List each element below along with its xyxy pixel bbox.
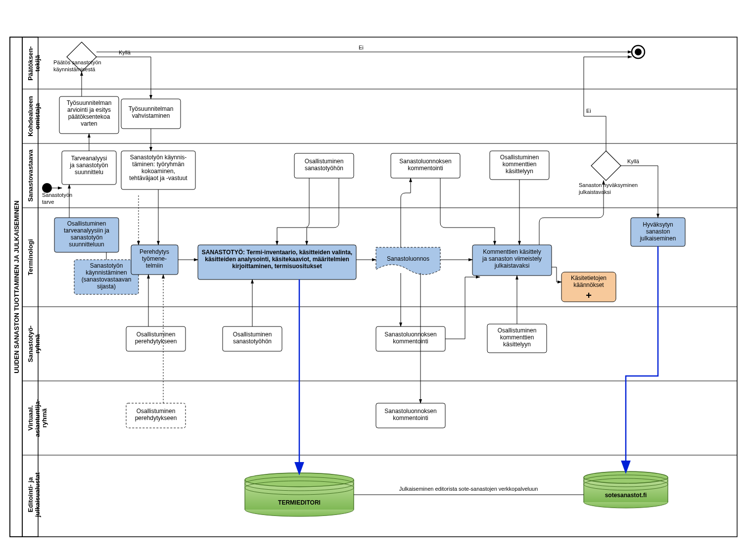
lane-label-4: Terminologi [27, 239, 34, 275]
task-osall-sanasto-sv-label: Osallistuminensanastotyöhön [305, 158, 344, 172]
ds-link-label: Julkaiseminen editorista sote-sanastojen… [399, 486, 538, 492]
g1-yes: Kyllä [119, 49, 131, 55]
lane-label-5: Sanastotyö-ryhmä [27, 326, 41, 362]
lane-label-3: Sanastovastaava [27, 149, 34, 201]
task-kaannokset-label: Käsitetietojenkäännökset [571, 275, 607, 288]
start-event-label: Sanastotyöntarve [42, 192, 72, 205]
doc-luonnos-label: Sanastoluonnos [387, 255, 429, 262]
g2-yes: Kyllä [627, 158, 640, 164]
task-vahvist-label: Työsuunnitelmanvahvistaminen [129, 105, 174, 119]
task-osall-pere2-label: Osallistuminenperehdytykseen [135, 408, 177, 421]
datastore-sotesanastot: sotesanastot.fi [584, 471, 668, 508]
pool-title: UUDEN SANASTON TUOTTAMINEN JA JULKAISEMI… [13, 200, 20, 373]
lane-label-7: Editointi- jajulkaisualustat [27, 472, 41, 517]
task-tarveanalyysi-label: Tarveanalyysija sanastotyönsuunnittelu [69, 155, 108, 176]
task-osall-sanasto-sr-label: Osallistuminensanastotyöhön [233, 331, 272, 345]
datastore-termieditori: TERMIEDITORI [245, 473, 354, 516]
task-osall-komm-sr-label: Osallistuminenkommenttienkäsittelyyn [498, 327, 537, 348]
gateway-hyvaksyminen-label: Sanaston hyväksyminenjulkaistavaksi [578, 182, 638, 195]
g2-no: Ei [586, 108, 591, 114]
svg-point-17 [584, 471, 668, 483]
start-event [42, 183, 52, 193]
gateway-hyvaksyminen [591, 151, 621, 181]
bpmn-diagram: UUDEN SANASTON TUOTTAMINEN JA JULKAISEMI… [0, 0, 747, 560]
lane-label-6: Virtuaal.asiantuntija-ryhmä [27, 399, 48, 437]
g1-no: Ei [359, 45, 364, 50]
task-osall-pere1-label: Osallistuminenperehdytykseen [135, 331, 177, 345]
subprocess-plus-icon: + [586, 290, 592, 301]
lane-label-1: Päätöksen-tekijä [27, 46, 41, 80]
ds1-label: TERMIEDITORI [278, 499, 321, 506]
ds2-label: sotesanastot.fi [605, 492, 647, 499]
lane-label-2: Kohdealueenomistaja [27, 96, 41, 137]
flow-to-sotesanastot [626, 246, 658, 471]
task-osall-komm-sv-label: Osallistuminenkommenttienkäsittelyyn [500, 154, 539, 175]
svg-point-10 [245, 473, 354, 487]
end-event-inner [635, 48, 642, 55]
